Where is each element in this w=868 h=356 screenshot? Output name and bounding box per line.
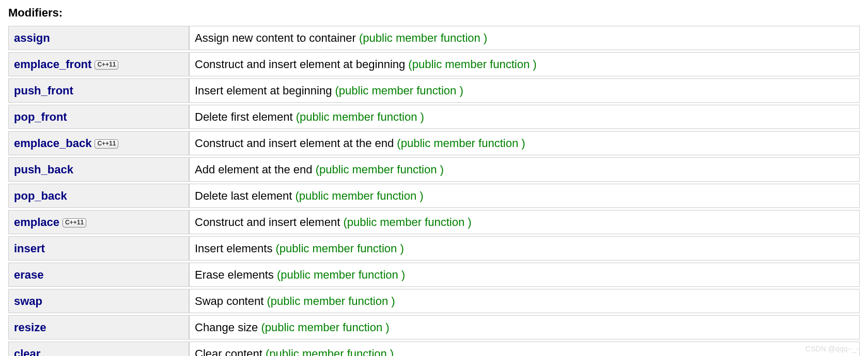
function-desc-cell: Swap content (public member function ) [189,289,860,313]
function-link-resize[interactable]: resize [14,321,46,334]
table-row: pop_backDelete last element (public memb… [8,184,860,208]
function-description: Delete first element [195,110,296,123]
function-desc-cell: Delete first element (public member func… [189,105,860,129]
function-link-insert[interactable]: insert [14,242,45,255]
function-desc-cell: Construct and insert element at beginnin… [189,52,860,76]
function-name-cell: pop_back [8,184,189,208]
function-annotation: (public member function ) [276,242,404,255]
function-name-cell: resize [8,315,189,339]
function-desc-cell: Erase elements (public member function ) [189,263,860,287]
function-description: Construct and insert element at beginnin… [195,58,408,71]
function-name-cell: erase [8,263,189,287]
function-description: Assign new content to container [195,31,359,44]
function-description: Delete last element [195,189,295,202]
table-row: insertInsert elements (public member fun… [8,236,860,261]
function-desc-cell: Construct and insert element at the end … [189,131,860,155]
function-annotation: (public member function ) [277,268,405,281]
function-link-erase[interactable]: erase [14,268,44,281]
function-desc-cell: Insert elements (public member function … [189,236,860,261]
function-desc-cell: Clear content (public member function ) [189,342,860,356]
table-row: push_backAdd element at the end (public … [8,157,860,182]
function-description: Add element at the end [195,163,316,176]
section-title: Modifiers: [8,6,860,20]
function-description: Construct and insert element at the end [195,137,397,150]
function-annotation: (public member function ) [267,295,395,308]
watermark: CSDN @qqq--_- [805,345,859,353]
function-link-pop_front[interactable]: pop_front [14,110,67,123]
function-link-emplace_back[interactable]: emplace_back [14,137,91,150]
table-row: clearClear content (public member functi… [8,342,860,356]
function-link-emplace[interactable]: emplace [14,216,59,229]
function-annotation: (public member function ) [359,31,487,44]
table-row: eraseErase elements (public member funct… [8,263,860,287]
function-description: Clear content [195,347,266,356]
function-description: Construct and insert element [195,216,343,229]
function-annotation: (public member function ) [335,84,463,97]
cpp11-badge-icon: C++11 [95,60,118,70]
function-link-assign[interactable]: assign [14,31,50,44]
function-annotation: (public member function ) [261,321,389,334]
function-name-cell: emplaceC++11 [8,210,189,234]
modifiers-table: assignAssign new content to container (p… [8,24,860,356]
function-annotation: (public member function ) [266,347,394,356]
function-name-cell: emplace_frontC++11 [8,52,189,76]
function-desc-cell: Add element at the end (public member fu… [189,157,860,182]
function-name-cell: insert [8,236,189,261]
function-annotation: (public member function ) [408,58,536,71]
function-name-cell: emplace_backC++11 [8,131,189,155]
function-annotation: (public member function ) [343,216,471,229]
table-row: emplaceC++11Construct and insert element… [8,210,860,234]
function-desc-cell: Assign new content to container (public … [189,26,860,50]
function-link-pop_back[interactable]: pop_back [14,189,67,202]
table-row: resizeChange size (public member functio… [8,315,860,339]
function-annotation: (public member function ) [296,110,424,123]
function-link-emplace_front[interactable]: emplace_front [14,58,91,71]
function-name-cell: pop_front [8,105,189,129]
table-row: swapSwap content (public member function… [8,289,860,313]
table-row: pop_frontDelete first element (public me… [8,105,860,129]
function-name-cell: push_back [8,157,189,182]
function-description: Swap content [195,295,267,308]
function-description: Change size [195,321,261,334]
table-row: emplace_frontC++11Construct and insert e… [8,52,860,76]
function-link-clear[interactable]: clear [14,347,40,356]
function-description: Erase elements [195,268,277,281]
cpp11-badge-icon: C++11 [63,218,86,228]
function-name-cell: push_front [8,78,189,103]
function-desc-cell: Insert element at beginning (public memb… [189,78,860,103]
function-annotation: (public member function ) [295,189,423,202]
function-description: Insert elements [195,242,276,255]
function-annotation: (public member function ) [316,163,444,176]
function-name-cell: clear [8,342,189,356]
function-annotation: (public member function ) [397,137,525,150]
function-link-push_front[interactable]: push_front [14,84,73,97]
function-name-cell: assign [8,26,189,50]
table-row: emplace_backC++11Construct and insert el… [8,131,860,155]
function-description: Insert element at beginning [195,84,335,97]
function-desc-cell: Change size (public member function ) [189,315,860,339]
function-name-cell: swap [8,289,189,313]
cpp11-badge-icon: C++11 [95,139,118,149]
function-link-swap[interactable]: swap [14,295,42,308]
table-row: push_frontInsert element at beginning (p… [8,78,860,103]
function-desc-cell: Delete last element (public member funct… [189,184,860,208]
function-desc-cell: Construct and insert element (public mem… [189,210,860,234]
function-link-push_back[interactable]: push_back [14,163,73,176]
table-row: assignAssign new content to container (p… [8,26,860,50]
